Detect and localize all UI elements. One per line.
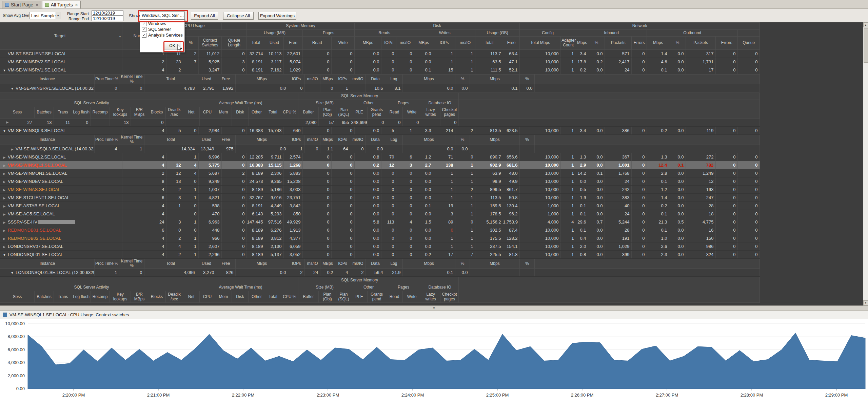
expand-row-icon[interactable]: ▶ xyxy=(1,164,8,167)
sql-column-header[interactable]: Sess xyxy=(0,291,35,303)
range-start-input[interactable]: 12/10/2019 xyxy=(92,10,123,16)
instance-column-header[interactable]: Mbps xyxy=(403,259,455,269)
instance-column-header[interactable]: Total xyxy=(144,135,197,145)
column-header[interactable]: Packets xyxy=(686,37,716,50)
table-row-target[interactable]: ▼VM-SE-WINSQL3.SE.LOCAL4502,984016,38315… xyxy=(0,127,760,135)
instance-column-header[interactable]: MBps xyxy=(320,259,335,269)
popup-item-windows[interactable]: ✓ Windows xyxy=(140,21,184,26)
table-row-target[interactable]: ▶VM-SE-WINDEV.SE.LOCAL81309,349024,5739,… xyxy=(0,177,760,186)
instance-column-header[interactable]: Data xyxy=(366,75,385,84)
sql-column-header[interactable]: CPU % xyxy=(281,291,298,303)
column-header[interactable]: % xyxy=(669,37,686,50)
sql-column-header[interactable]: PLE xyxy=(351,291,368,303)
column-header[interactable]: ms/IO xyxy=(455,37,475,50)
checkbox-checked-icon[interactable]: ✓ xyxy=(142,27,146,32)
sql-column-header[interactable]: Total xyxy=(265,291,281,303)
table-row-target[interactable]: ▶LONDONSRV07.SE.LOCAL4412,60708,1892,130… xyxy=(0,242,760,251)
sql-column-header[interactable]: Write xyxy=(403,107,421,118)
show-targets-select[interactable]: Windows, SQL Ser ... ▼ xyxy=(140,12,185,19)
sql-column-header[interactable]: Lazy writes xyxy=(421,291,440,303)
sql-column-header[interactable]: Other xyxy=(249,107,265,118)
sql-column-header[interactable]: Log flush xyxy=(72,291,91,303)
instance-column-header[interactable]: Log xyxy=(385,259,403,269)
table-row-instance[interactable]: ▼VM-SE-WINSRV1.SE.LOCAL (14.00.3223)004,… xyxy=(0,84,760,92)
splitter-bar[interactable]: ▼ xyxy=(0,305,868,311)
column-header[interactable]: Queue xyxy=(738,37,760,50)
instance-column-header[interactable]: IOPs xyxy=(288,75,305,84)
column-header[interactable]: Context Switches xyxy=(199,37,222,50)
instance-column-header[interactable]: Proc Time % xyxy=(95,135,119,145)
sql-column-header[interactable]: Net xyxy=(183,107,200,118)
expand-row-icon[interactable]: ▶ xyxy=(1,180,8,184)
instance-column-header[interactable]: Total xyxy=(144,75,197,84)
sql-column-header[interactable]: Blocks xyxy=(148,291,166,303)
instance-column-header[interactable]: MBps xyxy=(320,75,335,84)
instance-column-header[interactable]: MBps xyxy=(236,259,288,269)
instance-column-header[interactable]: IOPs xyxy=(288,259,305,269)
sql-column-header[interactable]: Trans xyxy=(54,107,72,118)
instance-column-header[interactable]: Mbps xyxy=(470,75,520,84)
sql-column-header[interactable]: Plan (Obj) xyxy=(319,107,336,118)
table-row-target[interactable]: ▶VM-SE-AG5.SE.LOCAL4047006,1435,29385000… xyxy=(0,210,760,218)
expand-row-icon[interactable]: ▶ xyxy=(1,213,8,216)
sql-column-header[interactable]: Blocks xyxy=(148,107,166,118)
column-header[interactable]: ms/IO xyxy=(396,37,414,50)
filter-icon[interactable]: ▼ xyxy=(119,35,121,38)
sql-column-header[interactable]: CPU xyxy=(200,291,215,303)
close-icon[interactable]: × xyxy=(36,3,38,7)
checkbox-checked-icon[interactable]: ✓ xyxy=(142,21,146,26)
table-row-target[interactable]: ▶REDMONDB02.SE.LOCAL42196608,1893,8124,3… xyxy=(0,234,760,242)
scrollbar-thumb[interactable] xyxy=(864,28,868,63)
instance-column-header[interactable]: Mbps xyxy=(403,135,455,145)
instance-column-header[interactable]: Log xyxy=(385,135,403,145)
instance-column-header[interactable]: Instance xyxy=(0,75,95,84)
sql-column-header[interactable]: Mem xyxy=(215,291,232,303)
column-header[interactable]: Total xyxy=(475,37,503,50)
instance-column-header[interactable]: Log xyxy=(385,75,403,84)
column-header[interactable]: Read xyxy=(303,37,332,50)
instance-column-header[interactable]: % xyxy=(520,75,535,84)
table-row-instance[interactable]: ▶VM-SE-WINSQL3.SE.LOCAL (14.00.3223)4114… xyxy=(0,145,760,153)
ok-button[interactable]: OK xyxy=(164,42,180,49)
instance-column-header[interactable]: IOPs xyxy=(288,135,305,145)
column-header[interactable]: Errors xyxy=(632,37,647,50)
expand-row-icon[interactable]: ▶ xyxy=(1,221,8,224)
instance-column-header[interactable]: ms/IO xyxy=(350,75,366,84)
sql-column-header[interactable]: Plan (Obj) xyxy=(319,291,336,303)
column-header[interactable]: Used xyxy=(265,37,284,50)
collapse-row-icon[interactable]: ▼ xyxy=(1,253,8,257)
instance-column-header[interactable]: Free xyxy=(216,259,236,269)
instance-column-header[interactable]: % xyxy=(455,259,470,269)
expand-row-icon[interactable]: ▶ xyxy=(1,237,8,240)
sql-column-header[interactable]: Log flush xyxy=(72,107,91,118)
sql-column-header[interactable]: Read xyxy=(386,107,403,118)
sql-column-header[interactable]: Sess xyxy=(0,107,35,118)
sql-column-header[interactable]: Deadlk /sec xyxy=(166,291,183,303)
tab-all-targets[interactable]: All Targets × xyxy=(42,1,81,8)
expand-row-icon[interactable]: ▶ xyxy=(1,245,8,249)
sql-column-header[interactable]: Net xyxy=(183,291,200,303)
table-row-target[interactable]: ▼LONDONSQL01.SE.LOCAL4212,29608,1895,137… xyxy=(0,251,760,259)
collapse-panel-icon[interactable]: ▼ xyxy=(433,307,436,310)
sql-column-header[interactable]: Read xyxy=(386,291,403,303)
expand-row-icon[interactable]: ▶ xyxy=(1,172,8,175)
expand-row-icon[interactable]: ▶ xyxy=(1,188,8,192)
instance-column-header[interactable]: IOPs xyxy=(335,259,350,269)
column-header[interactable]: MBps xyxy=(355,37,381,50)
instance-column-header[interactable]: ms/IO xyxy=(305,259,320,269)
instance-column-header[interactable]: Free xyxy=(216,135,236,145)
table-row-target[interactable]: ▶SSSRV-SE-HV24316,9630147,44597,51649,92… xyxy=(0,218,760,226)
column-header[interactable]: Write xyxy=(332,37,355,50)
instance-column-header[interactable]: % xyxy=(520,135,535,145)
expand-all-button[interactable]: Expand All xyxy=(191,12,218,20)
table-row-target[interactable]: ▶REDMONDB01.SE.LOCAL60044808,1896,2761,9… xyxy=(0,226,760,234)
table-row-target[interactable]: ▶VM-SE-WINSQL2.SE.LOCAL416,996012,2859,7… xyxy=(0,153,760,161)
expand-row-icon[interactable]: ▶ xyxy=(1,196,8,200)
collapse-row-icon[interactable]: ▼ xyxy=(1,129,8,133)
sql-column-header[interactable]: Disk xyxy=(232,107,249,118)
sql-column-header[interactable]: Buffer xyxy=(298,291,319,303)
column-header[interactable]: Errors xyxy=(716,37,738,50)
vertical-scrollbar[interactable]: ▲ ▼ xyxy=(863,22,868,305)
popup-item-analysis-services[interactable]: ✓ Analysis Services xyxy=(140,32,184,38)
avg-over-select[interactable]: Last Sample ▼ xyxy=(29,12,60,19)
